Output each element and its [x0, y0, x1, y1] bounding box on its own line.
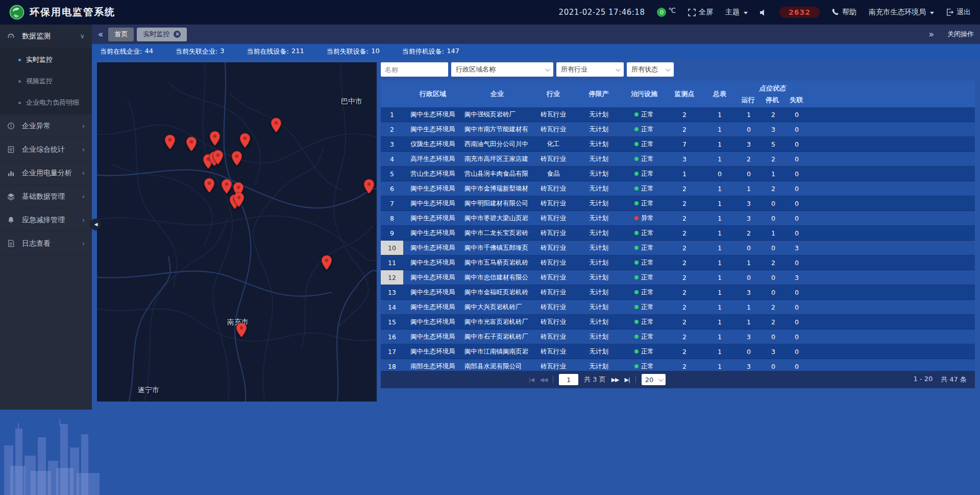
table-row-15[interactable]: 15 阆中生态环境局 阆中市光富页岩机砖厂 砖瓦行业 无计划 正常 2 1 1 … [381, 315, 975, 329]
table-row-16[interactable]: 16 阆中生态环境局 阆中市石子页岩机砖厂 砖瓦行业 无计划 正常 2 1 3 … [381, 329, 975, 344]
table-row-11[interactable]: 11 阆中生态环境局 阆中市五马桥页岩机砖 砖瓦行业 无计划 正常 2 1 1 … [381, 255, 975, 270]
table-row-10[interactable]: 10 阆中生态环境局 阆中市千佛镇五郎垭页 砖瓦行业 无计划 正常 2 1 0 … [381, 241, 975, 255]
tab-close-icon[interactable]: × [174, 31, 181, 38]
map-collapse-button[interactable]: ◀ [90, 219, 102, 230]
page-size-select[interactable]: 20 [642, 374, 666, 385]
org-dropdown[interactable]: 南充市生态环境局 [869, 8, 934, 17]
cell-lost: 0 [785, 315, 808, 329]
map-pin-14[interactable] [233, 192, 244, 207]
cell-industry: 砖瓦行业 [532, 315, 575, 329]
tab-2[interactable]: 实时监控 × [137, 28, 187, 41]
table-row-12[interactable]: 12 阆中生态环境局 阆中市忠信建材有限公 砖瓦行业 无计划 正常 2 1 0 … [381, 270, 975, 285]
tab-scroll-right-icon[interactable]: » [929, 29, 934, 39]
map-pin-3[interactable] [209, 131, 220, 146]
bullet-icon [18, 80, 21, 83]
sidebar-item-4[interactable]: 企业用电量分析 ‹ [0, 161, 92, 185]
col-region: 行政区域 [403, 81, 462, 107]
cell-industry: 砖瓦行业 [532, 344, 575, 359]
cell-index: 8 [381, 211, 403, 225]
cell-lost: 0 [785, 122, 808, 136]
help-button[interactable]: 帮助 [832, 8, 856, 17]
map-pin-16[interactable] [321, 255, 332, 270]
map-pin-1[interactable] [164, 134, 176, 150]
table-row-13[interactable]: 13 阆中生态环境局 阆中市金福旺页岩机砖 砖瓦行业 无计划 正常 2 1 3 … [381, 285, 975, 300]
header-actions: 2021-02-25 17:46:18 0 ℃ 全屏 主题 2632 [559, 7, 971, 18]
app-root: 环保用电监管系统 2021-02-25 17:46:18 0 ℃ 全屏 主题 [0, 0, 980, 495]
logout-button[interactable]: 退出 [946, 8, 971, 17]
table-row-9[interactable]: 9 阆中生态环境局 阆中市二龙长宝页岩砖 砖瓦行业 无计划 正常 2 1 2 1… [381, 226, 975, 241]
table-body: 1 阆中生态环境局 阆中强锐页岩砖厂 砖瓦行业 无计划 正常 2 1 1 2 0… [381, 107, 975, 371]
map-pin-10[interactable] [204, 178, 215, 193]
cell-company: 阆中市枣碧大梁山页岩 [462, 211, 532, 225]
map-pin-2[interactable] [186, 136, 197, 152]
map-pin-4[interactable] [239, 133, 251, 148]
tab-1[interactable]: 首页 [108, 28, 134, 41]
pager-prev-button[interactable]: ◀◀ [540, 376, 547, 383]
sidebar-item-7[interactable]: 日志查看 ‹ [0, 232, 92, 255]
cell-limit: 无计划 [575, 181, 623, 196]
sidebar-subitem-1-1[interactable]: 实时监控 [0, 49, 92, 70]
cell-lost: 0 [785, 255, 808, 270]
map[interactable]: 巴中市南充市遂宁市 [97, 62, 377, 402]
table-row-14[interactable]: 14 阆中生态环境局 阆中大兴页岩机砖厂 砖瓦行业 无计划 正常 2 1 1 2… [381, 300, 975, 315]
col-run: 运行 [736, 96, 760, 105]
pager-last-button[interactable]: ▶| [625, 376, 630, 383]
cell-lost: 3 [785, 270, 808, 285]
cell-limit: 无计划 [575, 329, 623, 344]
cell-facility: 正常 [623, 241, 666, 255]
map-pin-15[interactable] [363, 179, 375, 194]
table-row-6[interactable]: 6 阆中生态环境局 阆中市金博瑞新型墙材 砖瓦行业 无计划 正常 2 1 1 2… [381, 181, 975, 196]
menu-label: 日志查看 [22, 239, 51, 248]
table-row-17[interactable]: 17 阆中生态环境局 阆中市江南镇阆南页岩 砖瓦行业 无计划 正常 2 1 0 … [381, 344, 975, 359]
cell-stop: 0 [762, 285, 785, 299]
name-filter-input[interactable] [381, 62, 448, 77]
map-pin-9[interactable] [231, 151, 242, 166]
table-row-1[interactable]: 1 阆中生态环境局 阆中强锐页岩砖厂 砖瓦行业 无计划 正常 2 1 1 2 0 [381, 107, 975, 122]
cell-run: 3 [736, 285, 762, 299]
table-row-2[interactable]: 2 阆中生态环境局 阆中市南方节能建材有 砖瓦行业 无计划 正常 2 1 0 3… [381, 122, 975, 137]
table-row-8[interactable]: 8 阆中生态环境局 阆中市枣碧大梁山页岩 砖瓦行业 无计划 异常 2 1 3 0… [381, 211, 975, 226]
map-pin-5[interactable] [271, 117, 282, 133]
cell-monitor: 3 [666, 152, 703, 166]
sidebar-item-3[interactable]: 企业综合统计 ‹ [0, 138, 92, 161]
sidebar-subitem-1-2[interactable]: 视频监控 [0, 70, 92, 92]
page-number-input[interactable] [559, 374, 578, 385]
sidebar-subitem-1-3[interactable]: 企业电力负荷明细 [0, 92, 92, 113]
total-pages-label: 共 3 页 [584, 375, 606, 384]
pager-next-button[interactable]: ▶▶ [611, 376, 619, 383]
sound-button[interactable] [760, 9, 767, 16]
map-pin-8[interactable] [212, 150, 224, 165]
map-pin-11[interactable] [221, 179, 232, 194]
sidebar-item-1[interactable]: 数据监测 ∨ [0, 25, 92, 48]
fullscreen-button[interactable]: 全屏 [688, 8, 713, 17]
map-pin-17[interactable] [236, 322, 247, 338]
facility-status-label: 正常 [641, 303, 654, 312]
table-row-3[interactable]: 3 仪陇生态环境局 西南油气田分公司川中 化工 无计划 正常 7 1 3 5 0 [381, 137, 975, 152]
cell-region: 阆中生态环境局 [403, 226, 462, 240]
facility-status-label: 正常 [641, 318, 654, 326]
cell-industry: 砖瓦行业 [532, 359, 575, 371]
pager-first-button[interactable]: |◀ [529, 376, 534, 383]
alarm-count-badge[interactable]: 2632 [779, 7, 820, 18]
region-filter-select[interactable]: 行政区域名称 [451, 62, 553, 77]
submenu-label: 视频监控 [26, 77, 53, 86]
facility-status-label: 正常 [641, 273, 654, 282]
industry-filter-select[interactable]: 所有行业 [556, 62, 624, 77]
table-row-4[interactable]: 4 高坪生态环境局 南充市高坪区王家店建 砖瓦行业 无计划 正常 3 1 2 2… [381, 152, 975, 167]
cell-limit: 无计划 [575, 196, 623, 210]
sidebar-item-2[interactable]: 企业异常 ‹ [0, 114, 92, 138]
sidebar-item-6[interactable]: 应急减排管理 ‹ [0, 208, 92, 232]
status-filter-select[interactable]: 所有状态 [627, 62, 674, 77]
cell-limit: 无计划 [575, 285, 623, 299]
cell-monitor: 2 [666, 255, 703, 270]
table-row-5[interactable]: 5 营山生态环境局 营山县润丰肉食品有限 食品 无计划 正常 1 0 0 1 0 [381, 167, 975, 181]
chevron-down-icon [666, 66, 671, 72]
close-operations-button[interactable]: 关闭操作 [947, 30, 974, 39]
cell-stop: 0 [762, 211, 785, 225]
cell-run: 3 [736, 196, 762, 210]
table-row-7[interactable]: 7 阆中生态环境局 阆中明阳建材有限公司 砖瓦行业 无计划 正常 2 1 3 0… [381, 196, 975, 211]
sidebar-item-5[interactable]: 基础数据管理 ‹ [0, 185, 92, 208]
table-row-18[interactable]: 18 南部生态环境局 南部县水泥有限公司 砖瓦行业 无计划 正常 2 1 3 0… [381, 359, 975, 371]
theme-dropdown[interactable]: 主题 [725, 8, 748, 17]
tab-scroll-left-icon[interactable]: « [98, 29, 103, 39]
